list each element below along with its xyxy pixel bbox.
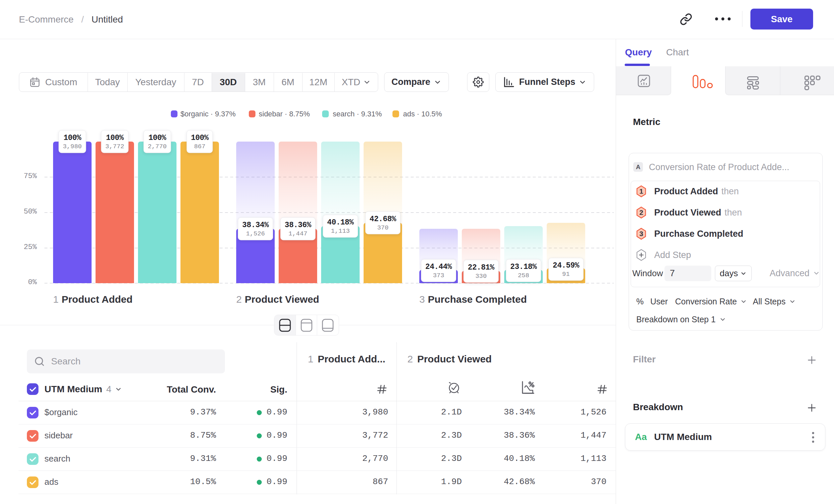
svg-text:2: 2 xyxy=(639,209,643,216)
svg-text:3: 3 xyxy=(639,230,643,237)
svg-text:1: 1 xyxy=(639,187,643,195)
